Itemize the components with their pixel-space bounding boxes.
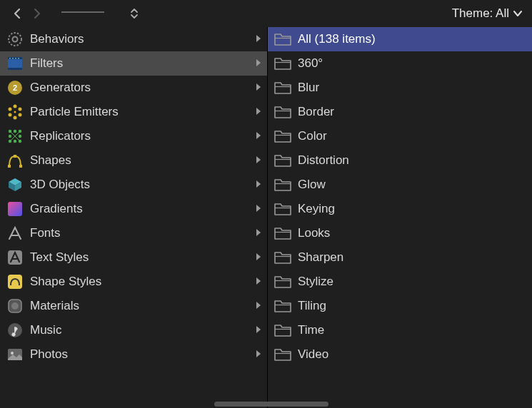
path-stepper[interactable] — [130, 7, 139, 20]
category-row-replicators[interactable]: Replicators — [0, 124, 267, 148]
svg-point-16 — [19, 113, 22, 117]
subcategory-row-360[interactable]: 360° — [268, 51, 532, 76]
horizontal-scrollbar[interactable] — [214, 402, 328, 407]
chevron-down-icon — [513, 10, 522, 17]
category-label: Replicators — [30, 129, 250, 143]
font-solid-icon — [6, 248, 24, 267]
subcategory-label: Video — [298, 347, 526, 362]
folder-icon — [273, 321, 292, 340]
svg-rect-31 — [8, 202, 22, 216]
path-indicator — [61, 11, 104, 16]
subcategory-row-distortion[interactable]: Distortion — [268, 148, 532, 173]
category-row-text-styles[interactable]: Text Styles — [0, 245, 267, 270]
category-row-music[interactable]: Music — [0, 318, 267, 342]
category-row-behaviors[interactable]: Behaviors — [0, 27, 267, 51]
svg-point-11 — [14, 105, 17, 108]
category-row-fonts[interactable]: Fonts — [0, 221, 267, 245]
svg-rect-28 — [8, 165, 11, 168]
svg-point-12 — [14, 116, 17, 120]
folder-icon — [273, 200, 292, 218]
folder-icon — [273, 78, 292, 97]
subcategory-row-looks[interactable]: Looks — [268, 221, 532, 245]
font-outline-icon — [6, 224, 24, 243]
folder-icon — [273, 175, 292, 194]
category-label: Shapes — [30, 153, 250, 168]
subcategory-label: 360° — [298, 56, 526, 71]
subcategory-row-blur[interactable]: Blur — [268, 76, 532, 100]
svg-text:2: 2 — [13, 83, 17, 92]
subcategory-label: Time — [298, 323, 526, 337]
folder-icon — [273, 127, 292, 146]
category-label: Filters — [30, 56, 250, 71]
category-label: 3D Objects — [30, 178, 250, 192]
subcategory-row-glow[interactable]: Glow — [268, 173, 532, 197]
chevron-right-icon — [256, 350, 261, 360]
category-row-photos[interactable]: Photos — [0, 342, 267, 367]
category-label: Text Styles — [30, 250, 250, 265]
subcategory-row-time[interactable]: Time — [268, 318, 532, 342]
filmstrip-icon — [6, 54, 24, 73]
subcategory-row-keying[interactable]: Keying — [268, 197, 532, 221]
category-label: Gradients — [30, 202, 250, 216]
svg-rect-33 — [8, 275, 22, 289]
svg-rect-6 — [12, 58, 14, 59]
category-row-materials[interactable]: Materials — [0, 294, 267, 318]
svg-point-38 — [11, 352, 14, 355]
folder-icon — [273, 30, 292, 49]
svg-point-14 — [19, 108, 22, 111]
subcategory-row-color[interactable]: Color — [268, 124, 532, 148]
cube-icon — [6, 175, 24, 194]
folder-icon — [273, 224, 292, 243]
svg-point-13 — [9, 108, 12, 111]
theme-label: Theme: All — [452, 6, 509, 21]
nav-forward-button[interactable] — [27, 4, 47, 24]
category-row-filters[interactable]: Filters — [0, 51, 267, 76]
subcategory-label: Distortion — [298, 153, 526, 168]
category-row-gradients[interactable]: Gradients — [0, 197, 267, 221]
shape-icon — [6, 151, 24, 170]
replicator-icon — [6, 127, 24, 146]
category-column: Behaviors Filters 2 Generators Particle … — [0, 27, 268, 408]
category-label: Particle Emitters — [30, 105, 250, 119]
svg-rect-29 — [19, 165, 22, 168]
nav-back-button[interactable] — [7, 4, 27, 24]
svg-point-22 — [19, 135, 21, 138]
svg-point-21 — [9, 135, 11, 138]
chevron-right-icon — [256, 301, 261, 312]
music-icon — [6, 321, 24, 340]
gear-icon — [6, 30, 24, 49]
category-label: Music — [30, 323, 250, 337]
subcategory-label: Blur — [298, 81, 526, 95]
chevron-right-icon — [256, 204, 261, 215]
svg-rect-7 — [15, 58, 16, 59]
chevron-right-icon — [256, 34, 261, 45]
chevron-right-icon — [256, 277, 261, 287]
subcategory-row-video[interactable]: Video — [268, 342, 532, 367]
subcategory-label: Sharpen — [298, 250, 526, 265]
photos-icon — [6, 345, 24, 364]
chevron-right-icon — [256, 131, 261, 142]
svg-point-19 — [14, 130, 16, 133]
folder-icon — [273, 345, 292, 364]
theme-dropdown[interactable]: Theme: All — [452, 6, 525, 21]
subcategory-row-tiling[interactable]: Tiling — [268, 294, 532, 318]
svg-point-1 — [13, 37, 18, 42]
particle-icon — [6, 103, 24, 121]
subcategory-row-all[interactable]: All (138 items) — [268, 27, 532, 51]
subcategory-label: Border — [298, 105, 526, 119]
subcategory-column: All (138 items) 360° Blur Border Color D… — [268, 27, 532, 408]
chevron-right-icon — [256, 155, 261, 166]
category-row-particle-emitters[interactable]: Particle Emitters — [0, 100, 267, 124]
svg-rect-4 — [8, 68, 22, 70]
subcategory-row-border[interactable]: Border — [268, 100, 532, 124]
chevron-right-icon — [256, 253, 261, 263]
category-row-shape-styles[interactable]: Shape Styles — [0, 270, 267, 294]
category-row-3d-objects[interactable]: 3D Objects — [0, 173, 267, 197]
subcategory-row-sharpen[interactable]: Sharpen — [268, 245, 532, 270]
svg-point-15 — [9, 113, 12, 117]
category-row-shapes[interactable]: Shapes — [0, 148, 267, 173]
folder-icon — [273, 272, 292, 291]
subcategory-row-stylize[interactable]: Stylize — [268, 270, 532, 294]
folder-icon — [273, 248, 292, 267]
category-row-generators[interactable]: 2 Generators — [0, 76, 267, 100]
